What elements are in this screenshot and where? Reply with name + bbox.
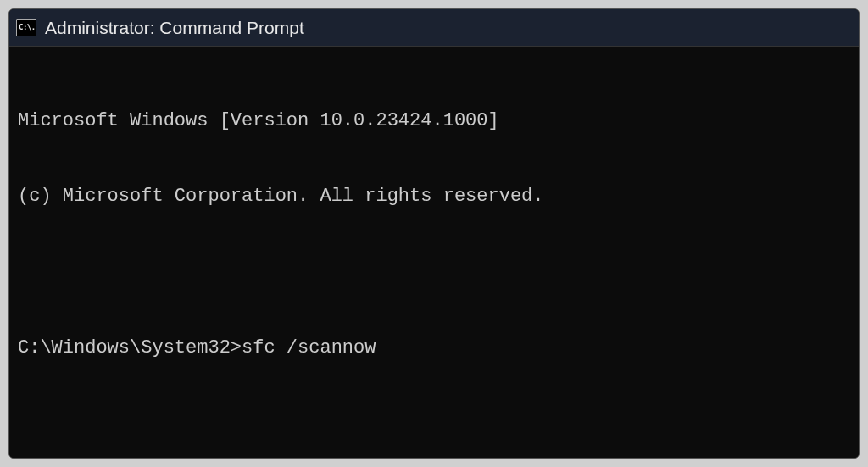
prompt-path: C:\Windows\System32> — [18, 336, 242, 361]
version-line: Microsoft Windows [Version 10.0.23424.10… — [18, 108, 850, 134]
window-title: Administrator: Command Prompt — [45, 18, 304, 38]
blank-line — [18, 260, 850, 286]
prompt-line: C:\Windows\System32>sfc /scannow — [18, 336, 850, 361]
command-prompt-window: C:\. Administrator: Command Prompt Micro… — [8, 8, 860, 459]
prompt-command[interactable]: sfc /scannow — [242, 336, 376, 361]
cmd-icon: C:\. — [16, 19, 36, 36]
cmd-icon-text: C:\. — [19, 24, 36, 31]
copyright-line: (c) Microsoft Corporation. All rights re… — [18, 184, 850, 209]
console-output[interactable]: Microsoft Windows [Version 10.0.23424.10… — [9, 47, 859, 458]
titlebar[interactable]: C:\. Administrator: Command Prompt — [9, 9, 859, 47]
